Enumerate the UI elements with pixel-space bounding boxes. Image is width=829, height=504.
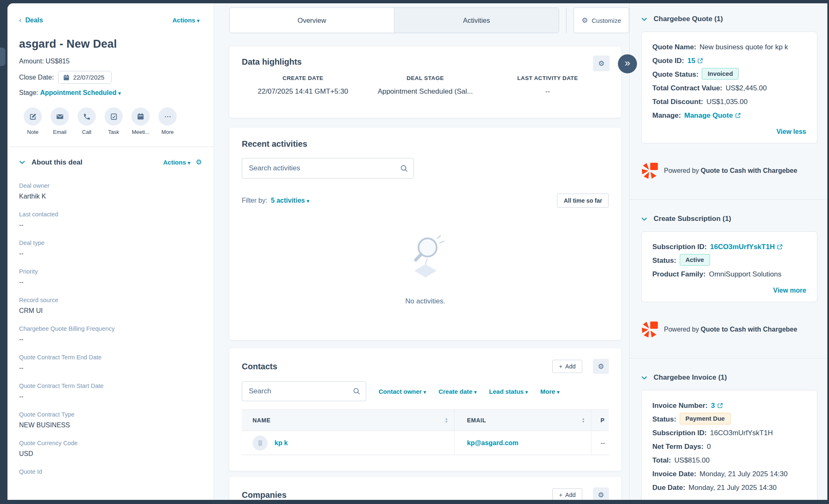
caret-down-icon: ▾ — [474, 389, 476, 395]
chargebee-invoice-section-toggle[interactable]: Chargebee Invoice (1) — [641, 373, 817, 382]
chargebee-quote-section-toggle[interactable]: Chargebee Quote (1) — [641, 15, 817, 23]
add-company-button[interactable]: + Add — [552, 488, 582, 500]
more-button[interactable]: More — [155, 107, 180, 135]
task-icon — [110, 113, 118, 121]
create-subscription-section-toggle[interactable]: Create Subscription (1) — [641, 215, 817, 223]
caret-down-icon: ▾ — [307, 198, 309, 204]
subscription-id-link[interactable]: 16CO3mUrfYskT1H — [710, 243, 775, 251]
gear-icon: ⚙ — [598, 491, 604, 499]
meeting-icon — [137, 113, 144, 120]
contacts-search — [242, 381, 366, 401]
property-field[interactable]: Record sourceCRM UI — [19, 297, 202, 315]
deal-actions-menu[interactable]: Actions ▾ — [173, 17, 199, 24]
powered-by-chargebee: Powered byQuote to Cash with Chargebee — [641, 162, 817, 179]
email-button[interactable]: Email — [47, 107, 73, 135]
chargebee-invoice-section-title: Chargebee Invoice (1) — [654, 373, 727, 382]
plus-icon: + — [559, 492, 562, 498]
divider — [566, 7, 566, 33]
amount-value: US$815 — [46, 58, 70, 65]
contact-name-link[interactable]: kp k — [275, 439, 288, 447]
main-column: Overview Activities ⚙ Customize Data hig… — [222, 3, 621, 500]
email-icon — [56, 113, 64, 121]
contact-owner-filter[interactable]: Contact owner ▾ — [379, 388, 426, 395]
caret-down-icon: ▾ — [423, 389, 426, 395]
property-field[interactable]: Last contacted-- — [19, 211, 202, 229]
external-link-icon — [735, 113, 741, 118]
create-subscription-section-title: Create Subscription (1) — [654, 215, 731, 223]
property-field[interactable]: Deal type-- — [19, 240, 202, 257]
view-more-link[interactable]: View more — [652, 287, 806, 294]
about-settings-gear-icon[interactable]: ⚙ — [196, 158, 202, 167]
about-actions-menu[interactable]: Actions ▾ — [163, 159, 190, 166]
highlight-create-date: CREATE DATE 22/07/2025 14:41 GMT+5:30 — [242, 75, 364, 96]
quote-id-link[interactable]: 15 — [688, 57, 695, 65]
more-filters[interactable]: More ▾ — [540, 388, 559, 395]
call-icon — [83, 113, 91, 121]
property-field[interactable]: Quote Contract TypeNEW BUSINESS — [19, 411, 202, 429]
page-title: asgard - New Deal — [19, 38, 199, 51]
sort-name-icon[interactable]: ▲▼ — [445, 417, 448, 423]
companies-card: Companies + Add ⚙ — [229, 477, 621, 500]
close-date-picker[interactable]: 22/07/2025 — [58, 71, 112, 84]
property-field[interactable]: Quote Id — [19, 468, 202, 475]
contacts-search-input[interactable] — [242, 382, 366, 401]
app-window: ‹ Deals Actions ▾ asgard - New Deal Amou… — [0, 0, 829, 504]
property-field[interactable]: Deal ownerKarthik K — [19, 182, 202, 200]
powered-by-chargebee: Powered byQuote to Cash with Chargebee — [641, 321, 817, 338]
manage-quote-link[interactable]: Manage Quote — [684, 111, 733, 119]
about-this-deal-section: About this deal Actions ▾ ⚙ Deal ownerKa… — [7, 147, 214, 475]
activities-filter-dropdown[interactable]: 5 activities ▾ — [271, 197, 309, 204]
data-highlights-card: Data highlights ⚙ CREATE DATE 22/07/2025… — [229, 46, 621, 118]
time-range-button[interactable]: All time so far — [557, 194, 609, 208]
subscription-status-badge: Active — [680, 254, 710, 266]
property-field[interactable]: Chargebee Quote Billing Frequency-- — [19, 325, 202, 343]
property-field[interactable]: Priority-- — [19, 268, 202, 286]
property-field[interactable]: Quote Contract Term Start Date-- — [19, 383, 202, 400]
contacts-card: Contacts + Add ⚙ — [229, 348, 621, 471]
call-button[interactable]: Call — [74, 107, 100, 135]
product-family-value: OmniSupport Solutions — [709, 270, 781, 278]
create-date-filter[interactable]: Create date ▾ — [438, 388, 476, 395]
chargebee-quote-card: Quote Name:New business quote for kp k Q… — [641, 32, 817, 143]
gear-icon: ⚙ — [581, 16, 588, 25]
avatar — [253, 436, 267, 451]
task-button[interactable]: Task — [101, 107, 126, 135]
record-tabs: Overview Activities — [229, 7, 559, 33]
about-section-toggle[interactable]: About this deal — [19, 158, 83, 167]
nav-collapse-handle[interactable] — [0, 48, 5, 66]
meeting-button[interactable]: Meeti... — [128, 107, 153, 135]
note-button[interactable]: Note — [20, 107, 46, 135]
property-field[interactable]: Quote Currency CodeUSD — [19, 440, 202, 458]
sort-email-icon[interactable]: ▲▼ — [582, 417, 585, 423]
view-less-link[interactable]: View less — [652, 128, 806, 136]
data-highlights-title: Data highlights — [242, 57, 609, 67]
stage-selector[interactable]: Appointment Scheduled ▾ — [40, 89, 121, 96]
lead-status-filter[interactable]: Lead status ▾ — [489, 388, 528, 395]
contacts-settings-button[interactable]: ⚙ — [593, 359, 609, 374]
caret-down-icon: ▾ — [557, 389, 559, 395]
deal-record-page: ‹ Deals Actions ▾ asgard - New Deal Amou… — [7, 3, 827, 500]
data-highlights-settings-button[interactable]: ⚙ — [593, 56, 610, 71]
chargebee-quote-section-title: Chargebee Quote (1) — [654, 15, 723, 23]
close-date-label: Close Date: — [19, 74, 54, 81]
activities-search-input[interactable] — [242, 158, 413, 178]
collapse-sidebar-button[interactable]: » — [618, 54, 637, 73]
quick-actions-row: Note Email Call Task — [19, 107, 199, 135]
companies-settings-button[interactable]: ⚙ — [593, 487, 609, 500]
integrations-sidebar: Chargebee Quote (1) Quote Name:New busin… — [629, 3, 827, 500]
customize-button[interactable]: ⚙ Customize — [574, 7, 629, 33]
back-to-deals-link[interactable]: ‹ Deals — [19, 16, 43, 24]
chevron-down-icon — [19, 159, 25, 165]
invoice-number-link[interactable]: 3 — [711, 402, 715, 410]
tab-activities[interactable]: Activities — [394, 8, 559, 33]
add-contact-button[interactable]: + Add — [552, 360, 582, 373]
note-icon — [29, 113, 37, 121]
contact-email-link[interactable]: kp@asgard.com — [467, 439, 518, 447]
chargebee-invoice-card: Invoice Number:3 Status:Payment Due Subs… — [641, 390, 817, 500]
column-header-phone: P — [591, 410, 609, 431]
property-field[interactable]: Quote Contract Term End Date-- — [19, 354, 202, 372]
chevron-down-icon — [641, 375, 647, 381]
external-link-icon — [717, 403, 723, 408]
tab-overview[interactable]: Overview — [230, 8, 394, 33]
divider — [630, 199, 827, 200]
